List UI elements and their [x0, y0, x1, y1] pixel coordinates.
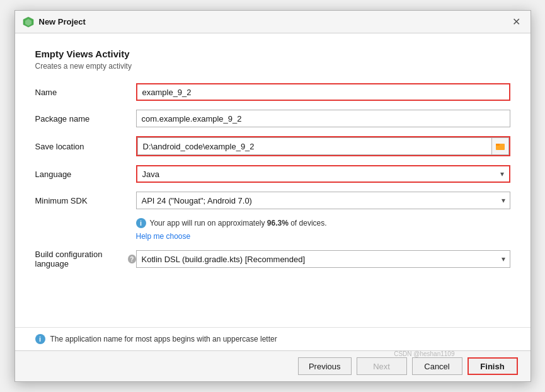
section-title: Empty Views Activity: [35, 49, 510, 59]
save-location-wrapper: [136, 136, 510, 156]
name-label: Name: [35, 88, 136, 97]
save-location-input[interactable]: [137, 137, 491, 155]
section-subtitle: Creates a new empty activity: [35, 62, 510, 71]
save-location-row: Save location: [35, 136, 510, 156]
watermark: CSDN @heshan1109: [394, 350, 454, 357]
min-sdk-select[interactable]: API 24 ("Nougat"; Android 7.0) API 21 AP…: [136, 192, 510, 209]
title-bar: New Project ✕: [15, 11, 531, 33]
app-icon: [23, 16, 34, 28]
bottom-info-icon: i: [35, 334, 45, 344]
name-input[interactable]: [136, 83, 510, 101]
language-select[interactable]: Java Kotlin: [136, 165, 510, 183]
title-bar-left: New Project: [23, 16, 86, 28]
folder-icon: [496, 142, 505, 151]
info-icon: i: [136, 218, 146, 228]
build-config-select[interactable]: Kotlin DSL (build.gradle.kts) [Recommend…: [136, 250, 510, 268]
svg-rect-3: [496, 144, 500, 146]
package-label: Package name: [35, 114, 136, 124]
language-row: Language Java Kotlin: [35, 165, 510, 183]
dialog-content: Empty Views Activity Creates a new empty…: [15, 33, 531, 327]
bottom-note: i The application name for most apps beg…: [15, 327, 531, 350]
finish-button[interactable]: Finish: [468, 357, 518, 375]
package-input[interactable]: [136, 110, 510, 127]
device-coverage-info: i Your app will run on approximately 96.…: [136, 218, 510, 228]
language-select-wrapper: Java Kotlin: [136, 165, 510, 183]
new-project-dialog: New Project ✕ Empty Views Activity Creat…: [14, 10, 531, 382]
language-label: Language: [35, 170, 136, 179]
device-coverage-text: Your app will run on approximately 96.3%…: [150, 219, 327, 228]
package-row: Package name: [35, 110, 510, 127]
close-button[interactable]: ✕: [510, 16, 523, 28]
build-config-select-wrapper: Kotlin DSL (build.gradle.kts) [Recommend…: [136, 250, 510, 268]
next-button[interactable]: Next: [357, 357, 407, 375]
min-sdk-row: Minimum SDK API 24 ("Nougat"; Android 7.…: [35, 192, 510, 209]
dialog-title: New Project: [39, 17, 86, 26]
question-icon[interactable]: ?: [128, 255, 135, 263]
name-row: Name: [35, 83, 510, 101]
help-me-choose-link[interactable]: Help me choose: [136, 232, 510, 241]
save-location-label: Save location: [35, 142, 136, 151]
previous-button[interactable]: Previous: [298, 357, 352, 375]
min-sdk-label: Minimum SDK: [35, 196, 136, 205]
min-sdk-select-wrapper: API 24 ("Nougat"; Android 7.0) API 21 AP…: [136, 192, 510, 209]
build-config-label: Build configuration language ?: [35, 250, 136, 268]
build-config-row: Build configuration language ? Kotlin DS…: [35, 250, 510, 268]
bottom-note-text: The application name for most apps begin…: [50, 335, 277, 343]
cancel-button[interactable]: Cancel: [412, 357, 462, 375]
folder-browse-button[interactable]: [491, 137, 509, 155]
